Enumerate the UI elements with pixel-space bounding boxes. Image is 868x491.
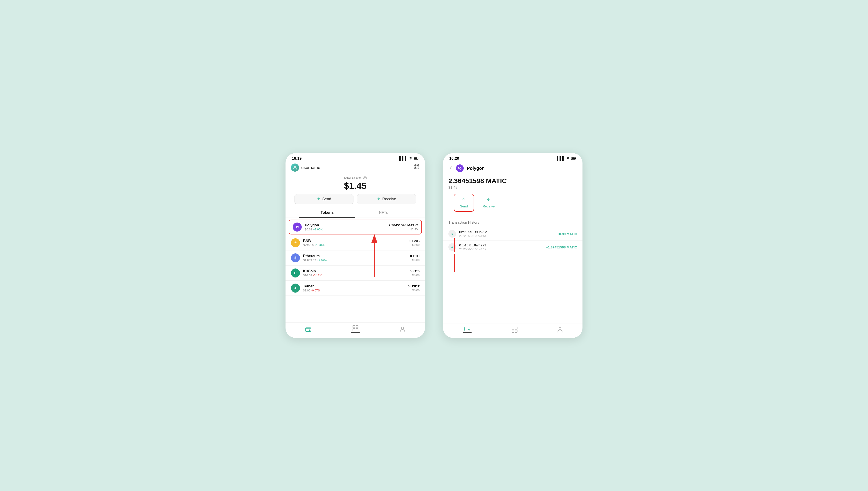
kucoin-logo — [291, 268, 300, 278]
status-bar-1: 16:19 ▌▌▌ — [285, 153, 425, 163]
polygon-name: Polygon — [305, 223, 389, 227]
battery-icon-1 — [414, 156, 419, 161]
send-icon-2 — [462, 197, 466, 203]
kucoin-info: KuCoin ... $16.08 -0.17% — [303, 269, 410, 277]
token-polygon[interactable]: Polygon $0.61 +2.65% 2.36451598 MATIC $1… — [289, 220, 422, 234]
kucoin-price: $16.08 -0.17% — [303, 273, 410, 277]
nav-apps-2[interactable] — [512, 327, 518, 333]
tab-tokens[interactable]: Tokens — [299, 208, 355, 218]
total-assets-label: Total Assets — [285, 176, 425, 180]
total-assets: Total Assets $1.45 — [285, 174, 425, 194]
eth-name: Ethereum — [303, 254, 410, 258]
svg-point-28 — [559, 327, 561, 330]
detail-actions: Send Receive — [448, 194, 577, 217]
kucoin-amount: 0 KCS $0.00 — [410, 269, 420, 277]
matic-usd: $1.45 — [448, 185, 577, 190]
back-button[interactable] — [448, 165, 453, 171]
status-icons-2: ▌▌▌ — [557, 156, 576, 161]
phone2-polygon: 16:20 ▌▌▌ — [443, 153, 583, 338]
signal-icon-2: ▌▌▌ — [557, 156, 565, 161]
token-tether[interactable]: Tether $1.00 -0.07% 0 USDT $0.00 — [285, 281, 425, 296]
eth-logo — [291, 253, 300, 262]
bottom-nav-2 — [443, 323, 583, 338]
tx-icon-2 — [448, 243, 456, 251]
send-label-2: Send — [460, 204, 468, 208]
tx-history-title: Transaction History — [443, 220, 583, 227]
action-buttons: Send Receive — [285, 194, 425, 208]
tx-item-2[interactable]: 0xb1bf8...8af4279 2022-06-05 00:44:12 +1… — [443, 240, 583, 254]
tx-date-1: 2022-06-05 00:44:54 — [459, 234, 557, 238]
eye-icon[interactable] — [363, 176, 367, 180]
tether-name: Tether — [303, 284, 408, 288]
bnb-info: BNB $290.10 +1.98% — [303, 239, 409, 247]
svg-rect-21 — [572, 157, 575, 159]
polygon-detail-title: Polygon — [467, 166, 485, 171]
send-button-2[interactable]: Send — [454, 194, 474, 212]
battery-icon-2 — [571, 156, 576, 161]
phone1-wallet: 16:19 ▌▌▌ — [285, 153, 425, 338]
polygon-price: $0.61 +2.65% — [305, 228, 389, 231]
svg-point-2 — [294, 166, 296, 168]
nav-profile-1[interactable] — [400, 326, 405, 332]
detail-header: Polygon — [443, 163, 583, 175]
receive-icon-2 — [487, 197, 491, 203]
svg-rect-16 — [356, 325, 358, 328]
tx-hash-2: 0xb1bf8...8af4279 — [459, 243, 546, 247]
tx-item-1[interactable]: 0xd5399...f90b22e 2022-06-05 00:44:54 +0… — [443, 227, 583, 240]
nav-profile-2[interactable] — [557, 327, 563, 333]
svg-point-19 — [401, 327, 404, 329]
nav-indicator-2 — [463, 333, 472, 333]
signal-icon-1: ▌▌▌ — [399, 156, 407, 161]
total-assets-value: $1.45 — [285, 181, 425, 191]
send-label-1: Send — [322, 197, 331, 201]
svg-rect-23 — [468, 329, 469, 330]
svg-point-9 — [363, 177, 367, 179]
tab-nfts[interactable]: NFTs — [355, 208, 411, 218]
eth-info: Ethereum $1,803.02 +2.07% — [303, 254, 410, 262]
svg-rect-25 — [515, 327, 517, 329]
tx-info-1: 0xd5399...f90b22e 2022-06-05 00:44:54 — [459, 230, 557, 238]
time-2: 16:20 — [449, 156, 459, 161]
bnb-name: BNB — [303, 239, 409, 243]
svg-rect-7 — [418, 165, 419, 166]
send-button-1[interactable]: Send — [294, 194, 353, 204]
tx-amount-1: +0.99 MATIC — [557, 232, 577, 236]
token-eth[interactable]: Ethereum $1,803.02 +2.07% 0 ETH $0.00 — [285, 251, 425, 265]
svg-point-10 — [365, 177, 366, 178]
token-bnb[interactable]: BNB $290.10 +1.98% 0 BNB $0.00 — [285, 235, 425, 251]
nav-wallet-2[interactable] — [463, 326, 472, 333]
status-bar-2: 16:20 ▌▌▌ — [443, 153, 583, 163]
send-icon-1 — [317, 197, 320, 201]
detail-balance: 2.36451598 MATIC $1.45 Send Receive — [443, 175, 583, 218]
tether-info: Tether $1.00 -0.07% — [303, 284, 408, 292]
username: username — [301, 165, 320, 170]
polygon-logo — [293, 223, 302, 232]
svg-rect-27 — [515, 330, 517, 333]
receive-label-1: Receive — [382, 197, 396, 201]
wifi-icon-1 — [409, 156, 412, 161]
nav-apps-1[interactable] — [351, 325, 360, 333]
svg-rect-26 — [512, 330, 514, 333]
token-kucoin[interactable]: KuCoin ... $16.08 -0.17% 0 KCS $0.00 — [285, 265, 425, 281]
wallet-header: username — [285, 163, 425, 174]
time-1: 16:19 — [292, 156, 302, 161]
matic-amount: 2.36451598 MATIC — [448, 177, 577, 185]
tether-amount: 0 USDT $0.00 — [408, 284, 420, 292]
tx-info-2: 0xb1bf8...8af4279 2022-06-05 00:44:12 — [459, 243, 546, 251]
receive-button-2[interactable]: Receive — [478, 194, 499, 212]
bnb-amount: 0 BNB $0.00 — [409, 239, 420, 247]
tx-icon-1 — [448, 230, 456, 238]
scan-icon[interactable] — [414, 164, 420, 171]
receive-button-1[interactable]: Receive — [357, 194, 416, 204]
svg-rect-6 — [415, 165, 416, 166]
svg-rect-17 — [353, 328, 355, 331]
polygon-amount: 2.36451598 MATIC $1.45 — [389, 223, 418, 231]
bnb-logo — [291, 238, 300, 247]
nav-wallet-1[interactable] — [305, 327, 311, 332]
bnb-price: $290.10 +1.98% — [303, 243, 409, 247]
polygon-info: Polygon $0.61 +2.65% — [305, 223, 389, 231]
polygon-detail-logo — [456, 165, 464, 172]
user-info[interactable]: username — [291, 164, 320, 172]
svg-rect-24 — [512, 327, 514, 329]
eth-amount: 0 ETH $0.00 — [410, 254, 420, 262]
